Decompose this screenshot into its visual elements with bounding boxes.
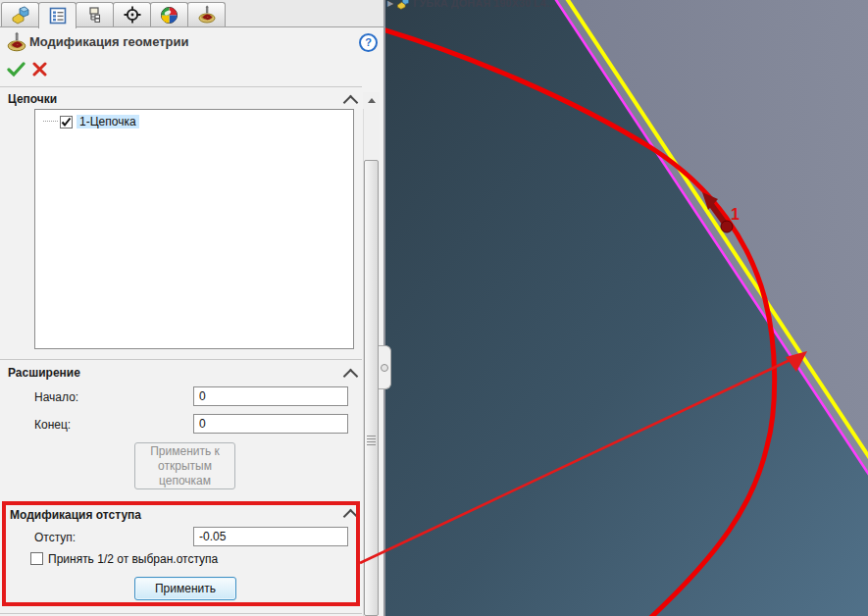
tab-geometry-addin[interactable]	[187, 2, 226, 26]
tree-expand-icon[interactable]: ▶	[387, 0, 393, 8]
geometry-addin-icon	[197, 5, 217, 25]
manager-tabbar	[0, 0, 383, 27]
end-input[interactable]	[193, 414, 348, 434]
tree-item-label: ГУБКА ДОНАЯ 190X30 L4...	[413, 0, 555, 9]
collapse-chains-icon[interactable]	[343, 95, 359, 111]
section-extension-header: Расширение	[8, 366, 80, 380]
feature-manager-part-icon	[11, 5, 30, 25]
section-divider	[0, 359, 362, 360]
ok-button[interactable]	[7, 61, 26, 77]
chain-item-label: 1-Цепочка	[77, 115, 139, 128]
dimxpert-icon	[123, 5, 142, 25]
offset-field-label: Отступ:	[34, 531, 76, 544]
end-field-label: Конец:	[34, 418, 71, 432]
part-icon	[396, 0, 410, 10]
section-divider	[0, 613, 362, 614]
pane-splitter-handle[interactable]	[379, 345, 391, 389]
offset-input[interactable]	[193, 527, 348, 546]
property-manager-pane: Модификация геометрии ? Цепочки 1-Цепочк…	[0, 0, 384, 616]
scroll-up-icon	[368, 98, 376, 103]
tree-branch-line	[43, 121, 58, 123]
scrollbar-thumb[interactable]	[364, 160, 379, 616]
section-divider	[0, 86, 362, 87]
geometry-modification-icon	[5, 31, 28, 53]
help-button[interactable]: ?	[359, 33, 378, 52]
tab-property-manager[interactable]	[38, 2, 77, 28]
section-chains-header: Цепочки	[8, 92, 57, 106]
page-title: Модификация геометрии	[29, 34, 189, 49]
tab-configuration-manager[interactable]	[76, 2, 114, 26]
scrollbar-grip-icon	[367, 436, 376, 445]
start-input[interactable]	[193, 386, 348, 406]
tab-feature-manager[interactable]	[1, 2, 39, 26]
half-offset-checkbox-label: Принять 1/2 от выбран.отступа	[48, 552, 218, 566]
application-window: Модификация геометрии ? Цепочки 1-Цепочк…	[0, 0, 868, 616]
graphics-viewport[interactable]: 1 ▶ ГУБКА ДОНАЯ 190X30 L4...	[384, 0, 868, 616]
splitter-grip-icon	[381, 364, 388, 372]
checkbox-check-icon	[61, 117, 72, 128]
marker-number-label: 1	[731, 206, 740, 223]
model-view: 1	[385, 0, 868, 616]
apply-open-chains-button[interactable]: Применить к открытым цепочкам	[134, 442, 235, 489]
property-manager-icon	[49, 7, 67, 25]
list-item[interactable]: 1-Цепочка	[43, 114, 139, 129]
display-manager-icon	[160, 6, 179, 25]
chain-checkbox[interactable]	[60, 116, 73, 128]
configuration-manager-icon	[86, 6, 104, 24]
scroll-up-button[interactable]	[363, 92, 380, 109]
chains-listbox[interactable]: 1-Цепочка	[34, 109, 354, 349]
cancel-button[interactable]	[32, 62, 47, 77]
collapse-offset-icon[interactable]	[343, 509, 359, 525]
half-offset-checkbox[interactable]	[30, 552, 43, 565]
section-offset-header: Модификация отступа	[10, 508, 141, 522]
tab-dimxpert-manager[interactable]	[113, 2, 151, 26]
tab-display-manager[interactable]	[150, 2, 188, 26]
feature-tree-item[interactable]: ▶ ГУБКА ДОНАЯ 190X30 L4...	[387, 0, 555, 11]
start-field-label: Начало:	[34, 390, 78, 404]
collapse-extension-icon[interactable]	[343, 369, 359, 385]
apply-button[interactable]: Применить	[134, 577, 236, 600]
